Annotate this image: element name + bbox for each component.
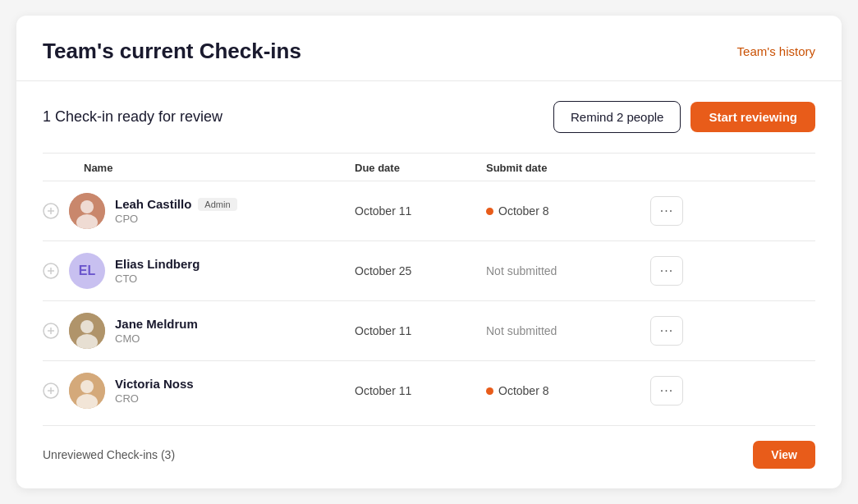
person-role: CRO xyxy=(115,392,194,405)
more-actions-cell: ··· xyxy=(650,196,700,226)
person-role: CMO xyxy=(115,332,198,345)
history-link[interactable]: Team's history xyxy=(737,44,815,58)
person-name: Victoria Noss xyxy=(115,377,194,391)
admin-badge: Admin xyxy=(198,198,236,211)
person-role: CPO xyxy=(115,213,237,225)
not-submitted-label: Not submitted xyxy=(486,264,557,277)
table-row: EL Elias Lindberg CTO October 25 Not sub… xyxy=(43,241,815,300)
person-name: Leah CastilloAdmin xyxy=(115,197,237,211)
plus-icon[interactable] xyxy=(43,323,59,339)
svg-point-13 xyxy=(80,320,94,333)
main-card: Team's current Check-ins Team's history … xyxy=(16,16,842,488)
submitted-dot xyxy=(486,208,493,215)
plus-icon[interactable] xyxy=(43,203,59,219)
svg-point-19 xyxy=(80,380,94,393)
person-cell: EL Elias Lindberg CTO xyxy=(43,253,355,289)
person-role: CTO xyxy=(115,273,200,285)
plus-icon[interactable] xyxy=(43,263,59,279)
review-bar: 1 Check-in ready for review Remind 2 peo… xyxy=(43,81,815,153)
footer-bar: Unreviewed Check-ins (3) View xyxy=(43,425,815,469)
view-button[interactable]: View xyxy=(753,441,815,469)
person-info: Elias Lindberg CTO xyxy=(115,257,200,285)
table-row: Jane Meldrum CMO October 11 Not submitte… xyxy=(43,300,815,360)
person-cell: Victoria Noss CRO xyxy=(43,373,355,409)
unreviewed-text: Unreviewed Check-ins (3) xyxy=(43,448,175,461)
more-actions-cell: ··· xyxy=(650,376,700,405)
person-cell: Leah CastilloAdmin CPO xyxy=(43,193,355,229)
plus-icon[interactable] xyxy=(43,383,59,399)
col-due-date: Due date xyxy=(355,162,486,174)
table-header: Name Due date Submit date xyxy=(43,153,815,181)
due-date: October 25 xyxy=(355,264,486,277)
submitted-dot xyxy=(486,387,493,395)
remind-button[interactable]: Remind 2 people xyxy=(553,101,681,133)
col-actions xyxy=(650,162,700,174)
review-summary-text: 1 Check-in ready for review xyxy=(43,108,223,126)
person-info: Jane Meldrum CMO xyxy=(115,317,198,345)
table-row: Leah CastilloAdmin CPO October 11 Octobe… xyxy=(43,181,815,241)
submit-date-cell: Not submitted xyxy=(486,324,650,337)
col-name: Name xyxy=(43,162,355,174)
card-header: Team's current Check-ins Team's history xyxy=(43,39,815,64)
submit-date-value: October 8 xyxy=(498,384,548,397)
more-actions-cell: ··· xyxy=(650,256,700,286)
submit-date-cell: October 8 xyxy=(486,384,650,397)
due-date: October 11 xyxy=(355,324,486,337)
submit-date-cell: Not submitted xyxy=(486,264,650,277)
submit-date-value: October 8 xyxy=(498,204,548,218)
submit-date-cell: October 8 xyxy=(486,204,650,218)
more-button[interactable]: ··· xyxy=(650,256,683,286)
not-submitted-label: Not submitted xyxy=(486,324,557,337)
person-name: Jane Meldrum xyxy=(115,317,198,331)
col-submit-date: Submit date xyxy=(486,162,650,174)
svg-point-4 xyxy=(80,200,94,213)
review-actions: Remind 2 people Start reviewing xyxy=(553,101,815,133)
table-row: Victoria Noss CRO October 11 October 8 ·… xyxy=(43,360,815,420)
person-name: Elias Lindberg xyxy=(115,257,200,271)
person-info: Victoria Noss CRO xyxy=(115,377,194,405)
more-button[interactable]: ··· xyxy=(650,196,683,226)
more-actions-cell: ··· xyxy=(650,316,700,346)
person-cell: Jane Meldrum CMO xyxy=(43,313,355,349)
start-reviewing-button[interactable]: Start reviewing xyxy=(691,102,815,132)
more-button[interactable]: ··· xyxy=(650,316,683,346)
person-info: Leah CastilloAdmin CPO xyxy=(115,197,237,225)
page-title: Team's current Check-ins xyxy=(43,39,301,64)
due-date: October 11 xyxy=(355,384,486,397)
due-date: October 11 xyxy=(355,204,486,218)
table-body: Leah CastilloAdmin CPO October 11 Octobe… xyxy=(43,181,815,420)
more-button[interactable]: ··· xyxy=(650,376,683,405)
